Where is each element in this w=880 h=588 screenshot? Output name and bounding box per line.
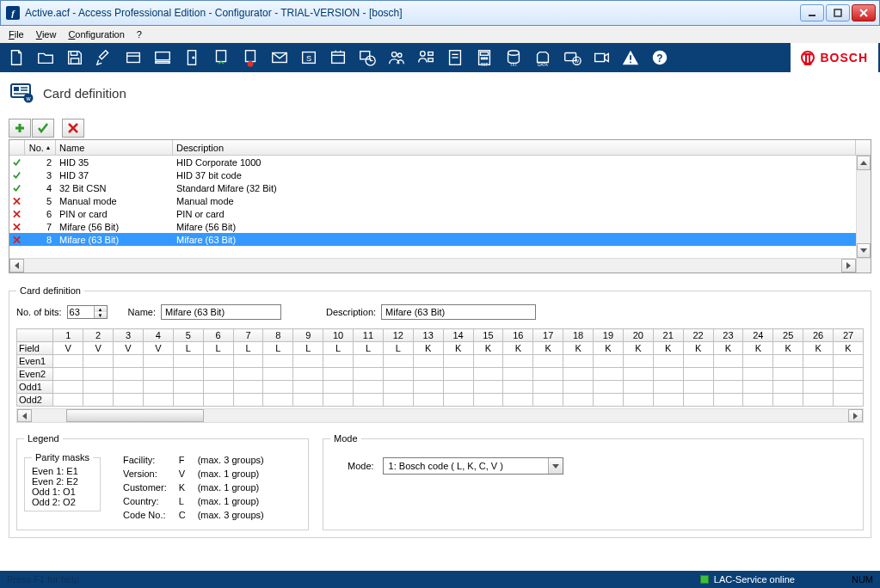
svg-text:TXT: TXT [481,63,489,67]
page-icon: w [10,83,34,103]
svg-rect-28 [428,58,434,62]
bit-hscrollbar[interactable] [16,408,864,423]
svg-point-11 [193,57,194,58]
svg-rect-50 [14,87,19,91]
svg-rect-5 [71,58,78,64]
status-help: Press F1 for help. [7,574,82,585]
legend-table: Facility:F(max. 3 groups)Version:V(max. … [116,452,271,523]
svg-point-46 [630,62,631,64]
svg-rect-27 [428,52,434,56]
card-def-icon[interactable]: w [557,43,587,72]
svg-text:DATA: DATA [538,63,548,67]
report1-icon[interactable] [440,43,470,72]
svg-rect-44 [595,53,605,61]
main-toolbar: S TXT TXT DATA w ? BOSCH [0,43,880,72]
bits-label: No. of bits: [16,307,62,317]
svg-rect-9 [156,62,170,64]
help-icon[interactable]: ? [645,43,674,72]
maximize-button[interactable] [826,4,850,21]
menu-help[interactable]: ? [132,28,147,41]
desc-input[interactable] [381,304,536,320]
camera-icon[interactable] [587,43,616,72]
svg-point-26 [421,52,426,56]
legend-fieldset: Legend Parity masks Even 1: E1Even 2: E2… [16,433,309,530]
reader-down-icon[interactable] [236,43,265,72]
card-definition-fieldset: Card definition No. of bits: ▲▼ Name: De… [9,285,871,538]
close-button[interactable] [852,4,876,21]
add-row-button[interactable] [9,119,31,138]
schedule-icon[interactable]: S [294,43,323,72]
clock-icon[interactable] [353,43,382,72]
name-input[interactable] [161,304,281,320]
page-title: Card definition [43,86,126,101]
svg-rect-4 [71,52,77,56]
apply-row-button[interactable] [32,119,54,138]
settings-icon[interactable] [89,43,119,72]
person-tree-icon[interactable] [411,43,440,72]
col-desc[interactable]: Description [173,140,856,155]
svg-point-35 [483,58,485,59]
grid-hscrollbar[interactable] [9,258,871,273]
col-no[interactable]: No. ▴ [25,140,56,155]
svg-text:w: w [574,58,579,64]
table-row[interactable]: 432 Bit CSNStandard Mifare (32 Bit) [9,181,871,194]
window-titlebar: f Active.acf - Access Professional Editi… [0,0,880,26]
col-status[interactable] [9,140,25,155]
svg-text:?: ? [656,52,662,64]
spin-down-icon[interactable]: ▼ [94,312,107,318]
table-row[interactable]: 7Mifare (56 Bit)Mifare (56 Bit) [9,220,871,233]
new-icon[interactable] [2,43,31,72]
mail-icon[interactable] [265,43,294,72]
bosch-logo: BOSCH [791,43,878,72]
svg-point-25 [397,53,402,58]
data-icon[interactable]: DATA [528,43,557,72]
parity-masks: Parity masks Even 1: E1Even 2: E2Odd 1: … [24,452,101,511]
dropdown-arrow-icon[interactable] [548,458,563,474]
door-icon[interactable] [177,43,206,72]
db-icon[interactable]: TXT [499,43,528,72]
svg-point-24 [392,52,397,58]
svg-text:w: w [25,95,31,101]
svg-rect-18 [332,52,345,64]
bits-spinner[interactable]: ▲▼ [67,305,108,319]
menu-file[interactable]: File [3,28,29,41]
table-row[interactable]: 6PIN or cardPIN or card [9,207,871,220]
status-bar: Press F1 for help. LAC-Service online NU… [0,571,880,588]
app-icon: f [6,6,20,20]
menu-configuration[interactable]: Configuration [63,28,129,41]
mode-combo[interactable]: 1: Bosch code ( L, K, C, V ) [383,457,563,475]
menu-bar: File View Configuration ? [0,26,880,43]
calendar-icon[interactable] [323,43,353,72]
svg-rect-13 [246,51,255,62]
table-row[interactable]: 8Mifare (63 Bit)Mifare (63 Bit) [9,233,871,246]
svg-rect-33 [480,52,488,56]
svg-rect-22 [360,52,370,59]
calculator-icon[interactable]: TXT [470,43,499,72]
window-title: Active.acf - Access Professional Edition… [25,7,800,19]
table-row[interactable]: 3HID 37HID 37 bit code [9,168,871,181]
svg-rect-8 [156,52,170,60]
minimize-button[interactable] [800,4,824,21]
svg-rect-6 [127,53,140,63]
col-name[interactable]: Name [56,140,173,155]
svg-rect-12 [217,51,226,62]
svg-point-38 [508,51,520,56]
spin-up-icon[interactable]: ▲ [94,306,107,312]
grid-vscrollbar[interactable] [856,156,871,258]
open-icon[interactable] [31,43,60,72]
persons-icon[interactable] [382,43,411,72]
controller-icon[interactable] [119,43,148,72]
numlock-indicator: NUM [852,574,873,585]
svg-point-34 [481,58,483,59]
desc-label: Description: [326,307,376,317]
entrance-icon[interactable] [148,43,177,72]
menu-view[interactable]: View [31,28,62,41]
warning-icon[interactable] [616,43,645,72]
table-row[interactable]: 2HID 35HID Corporate 1000 [9,156,871,168]
bit-table[interactable]: 1234567891011121314151617181920212223242… [16,328,864,407]
table-row[interactable]: 5Manual modeManual mode [9,194,871,207]
delete-row-button[interactable] [62,119,84,138]
save-icon[interactable] [60,43,89,72]
card-grid[interactable]: No. ▴ Name Description 2HID 35HID Corpor… [9,139,871,273]
reader-up-icon[interactable] [206,43,236,72]
